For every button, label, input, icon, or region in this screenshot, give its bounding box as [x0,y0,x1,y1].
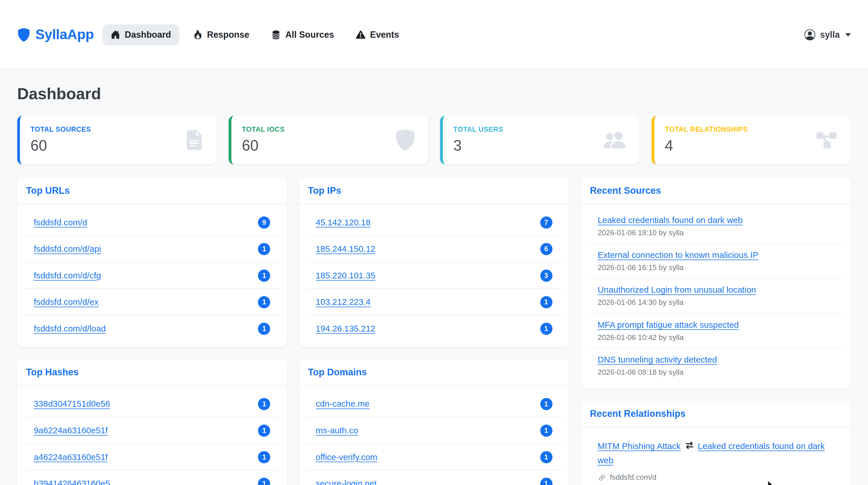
stat-value: 3 [454,137,503,154]
main-content: Dashboard TOTAL SOURCES 60 [0,85,868,485]
list-item: 45.142.120.18 7 [307,209,561,236]
stat-card: TOTAL USERS 3 [440,116,640,164]
relationship-line: MITM Phishing AttackLeaked credentials f… [598,440,834,467]
ip-link[interactable]: 185.244.150.12 [316,244,375,254]
count-badge: 1 [540,424,552,437]
exchange-arrows-icon [685,441,694,454]
card-title: Recent Sources [590,185,661,196]
count-badge: 1 [258,451,270,463]
nav-item-response[interactable]: Response [185,24,258,45]
list-item: fsddsfd.com/d/cfg 1 [25,262,279,289]
count-badge: 1 [540,398,552,410]
card-header: Top Hashes [17,359,287,386]
top-urls-card: Top URLs fsddsfd.com/d 9 fsddsfd.com/d/a… [17,178,287,347]
relationship-from-link[interactable]: MITM Phishing Attack [598,441,681,451]
stat-label: TOTAL IOCS [242,126,285,133]
count-badge: 1 [258,398,270,410]
source-link[interactable]: Unauthorized Login from unusual location [598,285,756,294]
hash-link[interactable]: 9a6224a63160e51f [34,425,107,435]
list-item: a46224a63160e51f 1 [25,444,279,471]
domain-link[interactable]: office-verify.com [316,452,377,462]
top-ips-card: Top IPs 45.142.120.18 7 185.244.150.12 [299,178,569,347]
count-badge: 9 [258,216,270,228]
relationship-via-text: fsddsfd.com/d [610,472,656,484]
count-badge: 1 [540,451,552,463]
count-badge: 1 [540,478,552,485]
shield-logo-icon [17,27,30,42]
ip-link[interactable]: 103.212.223.4 [316,297,370,307]
url-link[interactable]: fsddsfd.com/d/api [34,244,101,254]
nav-item-events[interactable]: Events [348,24,407,45]
brand[interactable]: SyllaApp [17,27,94,43]
list-item: cdn-cache.me 1 [307,391,561,417]
list-item: 194.26.135.212 1 [307,316,561,342]
link-icon [598,474,606,482]
shield-icon [395,129,416,152]
diagram-icon [814,129,839,152]
stat-label: TOTAL SOURCES [30,126,91,133]
stat-value: 4 [665,137,748,154]
relationship-via: fsddsfd.com/d [598,472,834,484]
stat-icon-wrap [602,129,627,151]
ip-link[interactable]: 185.220.101.35 [316,270,375,280]
stats-row: TOTAL SOURCES 60 TOTAL IOCS 60 [17,116,851,164]
top-hashes-card: Top Hashes 338d3047151d0e56 1 9a6224a631… [17,359,287,485]
source-item: MFA prompt fatigue attack suspected 2026… [589,314,843,349]
page-title: Dashboard [17,85,851,103]
url-link[interactable]: fsddsfd.com/d [34,217,87,227]
recent-sources-card: Recent Sources Leaked credentials found … [581,178,851,389]
source-item: External connection to known malicious I… [589,244,843,279]
top-hashes-list: 338d3047151d0e56 1 9a6224a63160e51f 1 a4… [17,386,287,485]
ip-link[interactable]: 194.26.135.212 [316,323,375,333]
nav-item-all-sources[interactable]: All Sources [263,24,342,45]
stat-icon-wrap [395,129,416,152]
source-link[interactable]: External connection to known malicious I… [598,250,758,259]
url-link[interactable]: fsddsfd.com/d/cfg [34,270,101,280]
top-urls-list: fsddsfd.com/d 9 fsddsfd.com/d/api 1 fsdd… [17,204,287,347]
count-badge: 1 [258,296,270,308]
hash-link[interactable]: b3941426463160e5 [34,479,110,485]
chevron-down-icon [845,33,851,36]
domain-link[interactable]: cdn-cache.me [316,399,370,409]
users-icon [602,129,627,151]
panel-col-1: Top URLs fsddsfd.com/d 9 fsddsfd.com/d/a… [17,178,287,485]
stat-card: TOTAL SOURCES 60 [17,116,216,164]
list-item: b3941426463160e5 1 [25,471,279,485]
top-ips-list: 45.142.120.18 7 185.244.150.12 6 185.220… [299,204,569,347]
url-link[interactable]: fsddsfd.com/d/load [34,323,105,333]
source-meta: 2026-01-06 10:42 by sylla [598,333,834,342]
list-item: 103.212.223.4 1 [307,289,561,316]
hash-link[interactable]: a46224a63160e51f [34,452,107,462]
list-item: fsddsfd.com/d 9 [25,209,279,236]
source-item: Unauthorized Login from unusual location… [589,279,843,314]
brand-name: SyllaApp [35,27,94,43]
mouse-cursor [767,480,775,485]
file-icon [184,129,204,151]
list-item: 185.220.101.35 3 [307,262,561,289]
url-link[interactable]: fsddsfd.com/d/ex [34,297,99,307]
count-badge: 6 [540,243,552,255]
warning-icon [356,30,366,39]
source-link[interactable]: Leaked credentials found on dark web [598,215,743,225]
source-link[interactable]: MFA prompt fatigue attack suspected [598,320,739,329]
list-item: 185.244.150.12 6 [307,236,561,262]
recent-sources-list: Leaked credentials found on dark web 202… [581,204,851,388]
card-title: Top Domains [308,367,367,377]
source-link[interactable]: DNS tunneling activity detected [598,355,717,364]
nav-item-dashboard[interactable]: Dashboard [103,24,179,45]
card-header: Top Domains [299,359,569,386]
domain-link[interactable]: secure-login.net [316,479,377,485]
domain-link[interactable]: ms-auth.co [316,425,358,435]
count-badge: 1 [540,323,552,335]
card-title: Top URLs [26,185,70,196]
ip-link[interactable]: 45.142.120.18 [316,217,370,227]
top-domains-card: Top Domains cdn-cache.me 1 ms-auth.co [299,359,569,485]
nav-label: Events [370,30,399,39]
nav-label: Dashboard [125,30,171,39]
user-menu[interactable]: sylla [804,29,851,40]
nav-label: All Sources [285,30,334,39]
hash-link[interactable]: 338d3047151d0e56 [34,399,110,409]
panel-col-2: Top IPs 45.142.120.18 7 185.244.150.12 [299,178,569,485]
list-item: office-verify.com 1 [307,444,561,471]
stat-value: 60 [30,137,91,154]
